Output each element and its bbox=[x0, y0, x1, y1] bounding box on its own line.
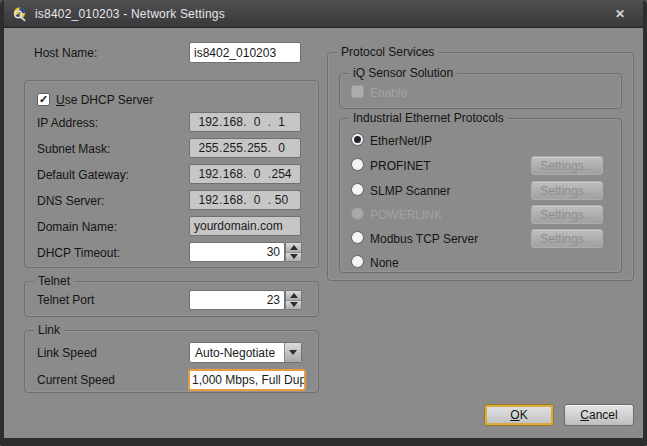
dhcp-timeout-input[interactable]: 30 bbox=[189, 242, 285, 262]
current-speed-label: Current Speed bbox=[37, 373, 115, 387]
radio-ethernet-ip-label: EtherNet/IP bbox=[370, 134, 432, 148]
telnet-port-label: Telnet Port bbox=[37, 293, 94, 307]
iq-sensor-title: iQ Sensor Solution bbox=[349, 66, 457, 80]
radio-slmp-scanner-label: SLMP Scanner bbox=[370, 184, 451, 198]
radio-modbus-tcp-label: Modbus TCP Server bbox=[370, 232, 478, 246]
use-dhcp-checkbox[interactable]: ✓ bbox=[37, 93, 50, 106]
host-name-label: Host Name: bbox=[34, 46, 97, 60]
chevron-down-icon[interactable] bbox=[284, 343, 301, 362]
iq-enable-label: Enable bbox=[370, 86, 407, 100]
telnet-group-title: Telnet bbox=[34, 274, 74, 288]
close-button[interactable]: ✕ bbox=[605, 4, 635, 24]
radio-slmp-scanner[interactable] bbox=[351, 183, 364, 196]
radio-profinet-label: PROFINET bbox=[370, 159, 431, 173]
link-speed-value: Auto-Negotiate bbox=[190, 343, 284, 362]
radio-profinet[interactable] bbox=[351, 158, 364, 171]
ip-address-input: 192.168.0.1 bbox=[189, 112, 301, 132]
radio-powerlink bbox=[351, 207, 364, 220]
host-name-input[interactable]: is8402_010203 bbox=[189, 42, 301, 63]
radio-none[interactable] bbox=[351, 255, 364, 268]
subnet-mask-input: 255.255.255.0 bbox=[189, 138, 301, 158]
dns-server-label: DNS Server: bbox=[37, 194, 104, 208]
ip-address-label: IP Address: bbox=[37, 116, 98, 130]
radio-modbus-tcp[interactable] bbox=[351, 231, 364, 244]
host-name-value: is8402_010203 bbox=[194, 46, 276, 60]
radio-none-label: None bbox=[370, 256, 399, 270]
window-title: is8402_010203 - Network Settings bbox=[35, 7, 605, 21]
protocol-services-title: Protocol Services bbox=[337, 45, 438, 59]
telnet-port-input[interactable]: 23 bbox=[189, 290, 285, 310]
dhcp-timeout-label: DHCP Timeout: bbox=[37, 246, 120, 260]
default-gateway-input: 192.168.0.254 bbox=[189, 164, 301, 184]
domain-name-label: Domain Name: bbox=[37, 220, 117, 234]
powerlink-settings-button: Settings... bbox=[531, 205, 603, 224]
spin-down-icon[interactable] bbox=[286, 301, 301, 310]
subnet-mask-label: Subnet Mask: bbox=[37, 142, 110, 156]
radio-ethernet-ip[interactable] bbox=[351, 133, 364, 146]
cancel-button[interactable]: Cancel bbox=[564, 404, 634, 426]
radio-powerlink-label: POWERLINK bbox=[370, 208, 442, 222]
current-speed-value: 1,000 Mbps, Full Dup bbox=[192, 373, 306, 387]
link-speed-dropdown[interactable]: Auto-Negotiate bbox=[189, 342, 302, 363]
link-group-title: Link bbox=[34, 323, 64, 337]
iq-enable-checkbox bbox=[351, 85, 364, 98]
title-bar: is8402_010203 - Network Settings ✕ bbox=[4, 0, 643, 28]
current-speed-field: 1,000 Mbps, Full Dup bbox=[188, 369, 306, 391]
default-gateway-label: Default Gateway: bbox=[37, 168, 129, 182]
spin-down-icon[interactable] bbox=[286, 253, 301, 262]
insight-app-icon bbox=[12, 6, 28, 22]
spin-up-icon[interactable] bbox=[286, 243, 301, 253]
use-dhcp-label: Use DHCP Server bbox=[56, 93, 153, 107]
close-icon: ✕ bbox=[615, 7, 625, 21]
profinet-settings-button: Settings... bbox=[531, 156, 603, 175]
dhcp-timeout-spinner[interactable] bbox=[285, 242, 302, 262]
network-settings-dialog: is8402_010203 - Network Settings ✕ Host … bbox=[0, 0, 647, 446]
slmp-settings-button: Settings... bbox=[531, 181, 603, 200]
dns-server-input: 192.168.0.50 bbox=[189, 190, 301, 210]
spin-up-icon[interactable] bbox=[286, 291, 301, 301]
modbus-settings-button: Settings... bbox=[531, 229, 603, 248]
industrial-protocols-title: Industrial Ethernet Protocols bbox=[349, 111, 508, 125]
ok-button[interactable]: OK bbox=[484, 404, 554, 426]
link-speed-label: Link Speed bbox=[37, 346, 97, 360]
telnet-port-spinner[interactable] bbox=[285, 290, 302, 310]
domain-name-input: yourdomain.com bbox=[189, 216, 301, 236]
